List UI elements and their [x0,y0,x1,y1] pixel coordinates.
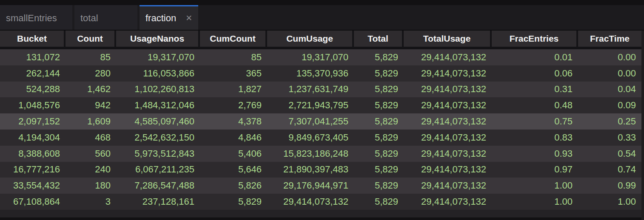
column-header-fracentries[interactable]: FracEntries [492,31,578,47]
column-header-totalusage[interactable]: TotalUsage [404,31,492,47]
cell-cumcount: 1,827 [200,82,267,98]
cell-cumcount: 5,829 [200,194,267,210]
cell-usagenanos: 7,286,547,488 [116,178,200,194]
cell-usagenanos: 116,053,866 [116,65,200,82]
window-top-strip [0,0,644,5]
cell-fractime: 0.33 [578,130,641,146]
cell-totalusage: 29,414,073,132 [404,49,492,65]
tab-smallentries[interactable]: smallEntries [0,5,72,30]
cell-fracentries: 0.93 [492,146,578,162]
cell-totalusage: 29,414,073,132 [404,113,492,130]
cell-cumusage: 2,721,943,795 [267,97,354,113]
cell-cumusage: 9,849,673,405 [267,130,354,146]
table-row[interactable]: 1,048,5769421,484,312,0462,7692,721,943,… [0,97,641,113]
cell-count: 85 [66,49,116,65]
cell-fractime: 0.00 [578,65,641,82]
tab-total-label: total [80,13,98,24]
cell-usagenanos: 19,317,070 [116,49,200,65]
cell-count: 468 [66,130,116,146]
table-row[interactable]: 262,144280116,053,866365135,370,9365,829… [0,65,641,82]
cell-fracentries: 0.06 [492,65,578,82]
cell-count: 280 [66,65,116,82]
close-icon[interactable]: ✕ [185,14,192,22]
cell-total: 5,829 [354,113,404,130]
cell-count: 240 [66,162,116,178]
column-header-fractime[interactable]: FracTime [578,31,641,47]
cell-cumcount: 85 [200,49,267,65]
cell-fracentries: 0.97 [492,162,578,178]
cell-fractime: 0.54 [578,146,641,162]
cell-fractime: 0.25 [578,113,641,130]
cell-bucket: 262,144 [0,65,66,82]
cell-fracentries: 0.01 [492,49,578,65]
cell-bucket: 67,108,864 [0,194,66,210]
cell-cumcount: 4,846 [200,130,267,146]
table-row[interactable]: 67,108,8643237,128,1615,82929,414,073,13… [0,194,641,210]
cell-cumusage: 1,237,631,749 [267,82,354,98]
table-row[interactable]: 2,097,1521,6094,585,097,4604,3787,307,04… [0,113,641,130]
table-row[interactable]: 4,194,3044682,542,632,1504,8469,849,673,… [0,130,641,146]
cell-bucket: 8,388,608 [0,146,66,162]
cell-cumusage: 19,317,070 [267,49,354,65]
cell-total: 5,829 [354,162,404,178]
cell-count: 180 [66,178,116,194]
tab-smallentries-label: smallEntries [6,13,57,24]
cell-cumusage: 21,890,397,483 [267,162,354,178]
cell-total: 5,829 [354,82,404,98]
cell-count: 3 [66,194,116,210]
cell-bucket: 4,194,304 [0,130,66,146]
cell-totalusage: 29,414,073,132 [404,178,492,194]
cell-totalusage: 29,414,073,132 [404,82,492,98]
table-row[interactable]: 8,388,6085605,973,512,8435,40615,823,186… [0,146,641,162]
cell-totalusage: 29,414,073,132 [404,65,492,82]
cell-totalusage: 29,414,073,132 [404,194,492,210]
column-header-count[interactable]: Count [66,31,116,47]
table-header-row: Bucket Count UsageNanos CumCount CumUsag… [0,31,641,49]
cell-fractime: 0.04 [578,82,641,98]
column-header-usagenanos[interactable]: UsageNanos [116,31,200,47]
cell-fracentries: 0.75 [492,113,578,130]
cell-usagenanos: 6,067,211,235 [116,162,200,178]
tab-total[interactable]: total [74,5,137,30]
cell-usagenanos: 1,102,260,813 [116,82,200,98]
cell-cumcount: 5,646 [200,162,267,178]
cell-total: 5,829 [354,97,404,113]
cell-count: 1,609 [66,113,116,130]
column-header-cumusage[interactable]: CumUsage [267,31,354,47]
cell-bucket: 131,072 [0,49,66,65]
cell-totalusage: 29,414,073,132 [404,130,492,146]
cell-bucket: 2,097,152 [0,113,66,130]
column-header-total[interactable]: Total [354,31,404,47]
column-header-cumcount[interactable]: CumCount [200,31,267,47]
cell-fractime: 1.00 [578,194,641,210]
cell-total: 5,829 [354,49,404,65]
query-results-window: smallEntries total fraction ✕ Bucket Cou… [0,0,644,220]
cell-fractime: 0.74 [578,162,641,178]
cell-cumcount: 5,826 [200,178,267,194]
cell-fracentries: 1.00 [492,194,578,210]
cell-usagenanos: 5,973,512,843 [116,146,200,162]
cell-cumusage: 135,370,936 [267,65,354,82]
cell-total: 5,829 [354,65,404,82]
table-row[interactable]: 16,777,2162406,067,211,2355,64621,890,39… [0,162,641,178]
cell-total: 5,829 [354,130,404,146]
cell-totalusage: 29,414,073,132 [404,97,492,113]
cell-fracentries: 0.48 [492,97,578,113]
cell-fractime: 0.09 [578,97,641,113]
cell-bucket: 524,288 [0,82,66,98]
cell-count: 942 [66,97,116,113]
table-row[interactable]: 131,0728519,317,0708519,317,0705,82929,4… [0,49,641,65]
cell-cumusage: 7,307,041,255 [267,113,354,130]
table-row[interactable]: 524,2881,4621,102,260,8131,8271,237,631,… [0,82,641,98]
cell-count: 560 [66,146,116,162]
table-footer-space [0,210,641,217]
cell-usagenanos: 4,585,097,460 [116,113,200,130]
cell-fracentries: 0.31 [492,82,578,98]
tab-fraction[interactable]: fraction ✕ [140,5,198,30]
column-header-bucket[interactable]: Bucket [0,31,66,47]
cell-fractime: 0.00 [578,49,641,65]
cell-cumusage: 29,176,944,971 [267,178,354,194]
table-row[interactable]: 33,554,4321807,286,547,4885,82629,176,94… [0,178,641,194]
cell-cumusage: 29,414,073,132 [267,194,354,210]
tab-fraction-label: fraction [145,13,176,24]
